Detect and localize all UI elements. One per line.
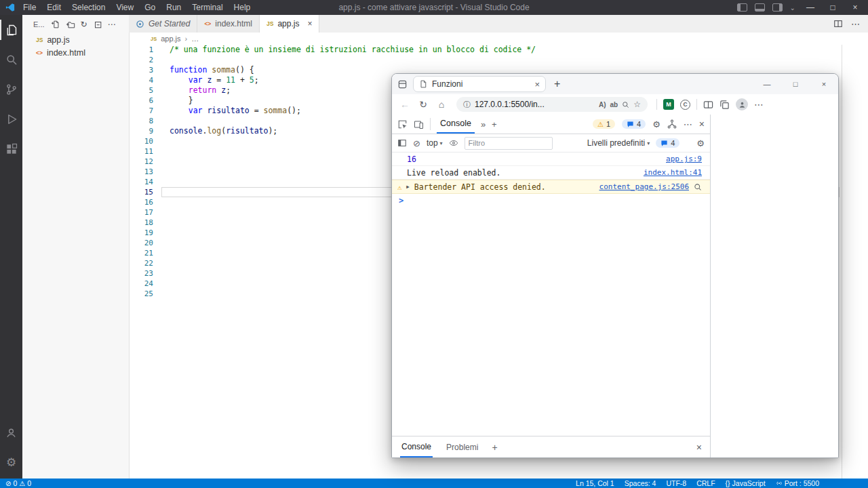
close-devtools-icon[interactable]: × xyxy=(699,119,705,129)
console-prompt[interactable]: > xyxy=(392,194,710,207)
run-debug-icon[interactable] xyxy=(0,104,22,134)
menu-edit[interactable]: Edit xyxy=(41,3,66,12)
close-tab-icon[interactable]: × xyxy=(307,19,312,28)
more-tabs-icon[interactable]: » xyxy=(481,119,486,129)
tab-actions-icon[interactable] xyxy=(397,79,408,89)
live-expression-eye-icon[interactable] xyxy=(449,138,458,148)
indentation[interactable]: Spaces: 4 xyxy=(625,479,656,487)
refresh-icon[interactable]: ↻ xyxy=(417,99,429,110)
line-number[interactable]: 15 xyxy=(129,187,159,197)
eol-indicator[interactable]: CRLF xyxy=(696,479,715,487)
line-number[interactable]: 2 xyxy=(129,55,159,65)
settings-gear-icon[interactable]: ⚙ xyxy=(0,447,22,477)
line-number[interactable]: 19 xyxy=(129,228,159,238)
extension-m-icon[interactable]: M xyxy=(663,99,674,110)
menu-file[interactable]: File xyxy=(18,3,41,12)
file-row-appjs[interactable]: JS app.js xyxy=(22,33,129,46)
collapse-all-icon[interactable] xyxy=(93,20,102,29)
tab-get-started[interactable]: Get Started xyxy=(129,15,197,33)
line-numbers[interactable]: 1234567891011121314151617181920212223242… xyxy=(129,45,159,299)
web-page-area[interactable] xyxy=(711,115,838,458)
devtools-menu-icon[interactable]: ⋯ xyxy=(684,119,692,129)
breadcrumbs[interactable]: JS app.js › … xyxy=(129,33,868,45)
tab-index-html[interactable]: <> index.html xyxy=(197,15,260,33)
line-number[interactable]: 5 xyxy=(129,85,159,96)
toggle-secondary-sidebar-icon[interactable] xyxy=(772,3,783,12)
add-drawer-tool-icon[interactable]: + xyxy=(492,442,497,453)
line-number[interactable]: 10 xyxy=(129,136,159,146)
url-text[interactable]: 127.0.0.1:5500/in... xyxy=(475,100,595,109)
menu-view[interactable]: View xyxy=(111,3,139,12)
encoding[interactable]: UTF-8 xyxy=(666,479,686,487)
line-number[interactable]: 13 xyxy=(129,167,159,177)
refresh-icon[interactable]: ↻ xyxy=(81,20,87,29)
line-number[interactable]: 17 xyxy=(129,207,159,218)
explorer-icon[interactable] xyxy=(0,15,22,45)
close-drawer-icon[interactable]: × xyxy=(696,442,702,453)
menu-terminal[interactable]: Terminal xyxy=(186,3,228,12)
search-similar-icon[interactable] xyxy=(694,183,702,191)
line-number[interactable]: 21 xyxy=(129,248,159,258)
window-close-button[interactable]: × xyxy=(810,74,838,94)
accounts-icon[interactable] xyxy=(0,418,22,447)
zoom-icon[interactable] xyxy=(622,101,629,108)
browser-tab-funzioni[interactable]: Funzioni × xyxy=(413,76,546,92)
line-number[interactable]: 18 xyxy=(129,218,159,228)
editor-scrollbar[interactable] xyxy=(842,45,842,479)
site-info-icon[interactable]: ⓘ xyxy=(463,100,471,110)
drawer-tab-console[interactable]: Console xyxy=(400,436,433,458)
window-minimize-button[interactable]: — xyxy=(753,74,781,94)
line-number[interactable]: 23 xyxy=(129,268,159,279)
console-filter-input[interactable] xyxy=(465,137,553,150)
line-number[interactable]: 20 xyxy=(129,238,159,248)
new-folder-icon[interactable] xyxy=(66,20,75,29)
console-settings-icon[interactable]: ⚙ xyxy=(696,138,705,148)
toggle-panel-icon[interactable] xyxy=(755,3,765,12)
window-minimize-button[interactable]: — xyxy=(803,3,818,12)
translate-icon[interactable]: ab xyxy=(610,101,618,108)
line-number[interactable]: 14 xyxy=(129,177,159,187)
language-mode[interactable]: {} JavaScript xyxy=(726,479,766,487)
editor-more-icon[interactable]: ⋯ xyxy=(851,19,860,29)
line-number[interactable]: 16 xyxy=(129,197,159,207)
collections-icon[interactable] xyxy=(719,100,730,110)
window-maximize-button[interactable]: □ xyxy=(825,3,840,12)
warnings-counter[interactable]: ⚠ 1 xyxy=(593,119,615,129)
context-selector[interactable]: top ▾ xyxy=(427,138,443,148)
window-maximize-button[interactable]: □ xyxy=(781,74,810,94)
browser-menu-icon[interactable]: ⋯ xyxy=(754,99,764,110)
device-toolbar-icon[interactable] xyxy=(414,119,424,129)
issues-counter[interactable]: 4 xyxy=(622,119,646,129)
line-number[interactable]: 24 xyxy=(129,279,159,289)
close-tab-icon[interactable]: × xyxy=(534,79,540,89)
extension-c-icon[interactable]: C xyxy=(680,100,690,110)
search-icon[interactable] xyxy=(0,45,22,75)
source-control-icon[interactable] xyxy=(0,75,22,104)
line-number[interactable]: 11 xyxy=(129,146,159,157)
line-number[interactable]: 4 xyxy=(129,75,159,85)
new-tab-button[interactable]: + xyxy=(554,78,560,90)
profile-avatar[interactable] xyxy=(736,98,748,110)
source-link[interactable]: index.html:41 xyxy=(644,168,702,177)
menu-selection[interactable]: Selection xyxy=(66,3,111,12)
menu-help[interactable]: Help xyxy=(229,3,256,12)
line-number[interactable]: 22 xyxy=(129,258,159,268)
add-tool-icon[interactable]: + xyxy=(492,119,497,129)
views-more-icon[interactable]: ⋯ xyxy=(108,20,116,29)
log-levels-selector[interactable]: Livelli predefiniti ▾ xyxy=(587,138,650,148)
problems-indicator[interactable]: ⊘ 0 ⚠ 0 xyxy=(5,479,31,487)
issues-counter[interactable]: 4 xyxy=(656,138,679,148)
line-number[interactable]: 6 xyxy=(129,96,159,106)
home-icon[interactable]: ⌂ xyxy=(435,99,448,110)
source-link[interactable]: app.js:9 xyxy=(666,155,702,163)
cursor-position[interactable]: Ln 15, Col 1 xyxy=(576,479,614,487)
console-message-warning[interactable]: ⚠ ▶ Bartender API access denied. content… xyxy=(392,180,710,194)
new-file-icon[interactable] xyxy=(51,20,60,29)
breadcrumb-item[interactable]: app.js xyxy=(161,35,180,43)
breadcrumb-more[interactable]: … xyxy=(191,35,199,43)
line-number[interactable]: 25 xyxy=(129,289,159,299)
line-number[interactable]: 8 xyxy=(129,116,159,126)
address-bar[interactable]: ⓘ 127.0.0.1:5500/in... A) ab ☆ xyxy=(456,97,648,112)
line-number[interactable]: 9 xyxy=(129,126,159,136)
console-sidebar-icon[interactable] xyxy=(397,138,407,148)
